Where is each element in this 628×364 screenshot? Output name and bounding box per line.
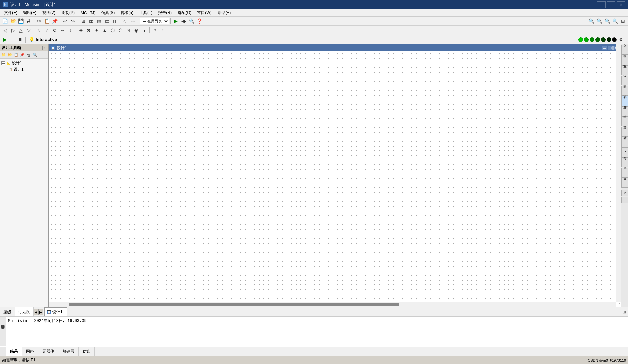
tb-open[interactable]: 📂 — [9, 17, 17, 25]
rs-function-gen[interactable]: 函 — [621, 55, 628, 65]
tb-run[interactable]: ▶ — [172, 17, 179, 25]
tb-comp3[interactable]: ▧ — [95, 17, 103, 25]
tb2-expand[interactable]: ⤢ — [43, 27, 51, 34]
tree-child-1[interactable]: 📋 设计1 — [7, 66, 48, 73]
sim-stop-button[interactable]: ⏹ — [17, 36, 24, 43]
tb2-prev[interactable]: ◁ — [1, 27, 9, 34]
tb-net[interactable]: ⊹ — [129, 17, 137, 25]
menu-window[interactable]: 窗口(W) — [194, 9, 214, 16]
tb-step[interactable]: ◀· — [180, 17, 187, 25]
tb-comp4[interactable]: ▤ — [103, 17, 111, 25]
schematic-canvas[interactable] — [49, 51, 621, 307]
rs-network-analyzer[interactable]: 网 — [621, 178, 628, 188]
rs-spectrum-analyzer[interactable]: 谱 — [621, 168, 628, 178]
tb-zoom-in2[interactable]: 🔍 — [188, 17, 195, 25]
canvas-scrollbar-vertical[interactable] — [616, 44, 621, 302]
canvas-scrollbar-horizontal[interactable] — [49, 302, 616, 307]
tb2-more2[interactable]: Σ — [159, 27, 166, 34]
toolbox-tb-search[interactable]: 🔍 — [32, 52, 38, 58]
rs-wattmeter[interactable]: 瓦 — [621, 65, 628, 75]
rs-4ch-oscilloscope[interactable]: 四 — [621, 86, 628, 96]
tb-cut[interactable]: ✂ — [35, 17, 43, 25]
toolbox-tb-open[interactable]: 📂 — [7, 52, 13, 58]
tb-save[interactable]: 💾 — [17, 17, 24, 25]
canvas-area[interactable]: 📋 设计1 — ❐ ✕ — [49, 44, 621, 307]
output-tab-copper[interactable]: 敷铜层 — [58, 347, 79, 356]
tb-comp5[interactable]: ▥ — [111, 17, 119, 25]
menu-help[interactable]: 帮助(H) — [215, 9, 234, 16]
toolbox-tb-del[interactable]: 🗑 — [26, 52, 32, 58]
minimize-button[interactable]: — — [597, 1, 606, 8]
rs-word-gen[interactable]: 字 — [621, 116, 628, 126]
rs-logic-analyzer[interactable]: 逻 — [621, 127, 628, 137]
tb2-sub[interactable]: ⊡ — [125, 27, 132, 34]
tb-print[interactable]: 🖨 — [25, 17, 32, 25]
tb2-down[interactable]: ▽ — [25, 27, 32, 34]
toolbox-close-btn[interactable]: × — [42, 46, 47, 50]
output-tab-components[interactable]: 元器件 — [38, 347, 58, 356]
tb-new[interactable]: 📄 — [1, 17, 9, 25]
in-use-list-dropdown[interactable]: --- 在用列表 — [140, 18, 169, 24]
close-button[interactable]: ✕ — [617, 1, 625, 8]
tab-arrow-right[interactable]: ▶ — [38, 309, 43, 315]
tb-paste[interactable]: 📌 — [51, 17, 58, 25]
output-tab-network[interactable]: 网络 — [22, 347, 38, 356]
zoom-out[interactable]: 🔍 — [588, 17, 595, 25]
rs-bode-plotter[interactable]: 波 — [621, 96, 628, 106]
toolbox-tb-new[interactable]: 📁 — [1, 52, 7, 58]
menu-mcu[interactable]: MCU(M) — [78, 10, 98, 16]
menu-options[interactable]: 选项(O) — [175, 9, 194, 16]
sim-settings-button[interactable]: ⚙ — [618, 36, 624, 43]
tb2-flip-h[interactable]: ↔ — [59, 27, 66, 34]
rs-logic-converter[interactable]: 转 — [621, 137, 628, 147]
bottom-right-icon[interactable]: ⊞ — [621, 307, 628, 316]
rs-measurement-probe[interactable]: ~ — [621, 197, 628, 203]
menu-reports[interactable]: 报告(R) — [156, 9, 174, 16]
tb-copy[interactable]: 📋 — [43, 17, 51, 25]
output-tab-simulate[interactable]: 仿真 — [79, 347, 95, 356]
tb2-next[interactable]: ▷ — [9, 27, 17, 34]
menu-draw[interactable]: 绘制(P) — [59, 9, 77, 16]
tb-help[interactable]: ❓ — [196, 17, 203, 25]
tb2-up[interactable]: △ — [17, 27, 24, 34]
tb2-flip-v[interactable]: ↕ — [67, 27, 74, 34]
sim-pause-button[interactable]: ⏸ — [9, 36, 16, 43]
inner-restore-btn[interactable]: ❐ — [608, 46, 613, 50]
zoom-fit[interactable]: 🔍 — [604, 17, 611, 25]
tab-arrow-left[interactable]: ◀ — [34, 309, 38, 315]
toolbox-tb-copy[interactable]: 📌 — [19, 52, 25, 58]
rs-aeg[interactable]: ↗ — [621, 190, 628, 196]
visible-tab[interactable]: 可见度 — [15, 307, 34, 316]
zoom-100[interactable]: 🔍 — [611, 17, 619, 25]
output-tab-results[interactable]: 结果 — [6, 347, 22, 356]
tree-root[interactable]: — 📐 设计1 — [1, 60, 48, 66]
menu-edit[interactable]: 编辑(E) — [20, 9, 39, 16]
menu-transfer[interactable]: 转移(n) — [118, 9, 136, 16]
rs-iv-analyzer[interactable]: IV — [621, 147, 628, 157]
design-tab[interactable]: 📋 设计1 — [44, 307, 67, 316]
menu-file[interactable]: 文件(E) — [1, 9, 20, 16]
tb2-annotate[interactable]: ✦ — [93, 27, 100, 34]
zoom-area[interactable]: ⊞ — [619, 17, 627, 25]
menu-simulate[interactable]: 仿真(S) — [99, 9, 117, 16]
tb2-ref[interactable]: ◉ — [133, 27, 140, 34]
rs-frequency-counter[interactable]: 频 — [621, 106, 628, 116]
tb2-compress[interactable]: ⤡ — [35, 27, 43, 34]
tb-undo[interactable]: ↩ — [61, 17, 69, 25]
tb2-probe[interactable]: ⬧ — [141, 27, 148, 34]
toolbox-tb-save[interactable]: 📋 — [13, 52, 19, 58]
tb2-delete[interactable]: ✖ — [85, 27, 92, 34]
tree-expander-root[interactable]: — — [1, 61, 5, 65]
tb-wire[interactable]: ∿ — [122, 17, 129, 25]
layer-tab[interactable]: 层级 — [0, 307, 15, 316]
rs-distortion-analyzer[interactable]: 失 — [621, 157, 628, 167]
tb2-place[interactable]: ⊕ — [77, 27, 85, 34]
maximize-button[interactable]: □ — [607, 1, 615, 8]
menu-view[interactable]: 视图(V) — [40, 9, 58, 16]
tb2-more1[interactable]: □ — [151, 27, 158, 34]
tb2-bus[interactable]: ⬠ — [117, 27, 124, 34]
zoom-in[interactable]: 🔍 — [596, 17, 603, 25]
menu-tools[interactable]: 工具(T) — [137, 9, 155, 16]
rs-oscilloscope[interactable]: 示 — [621, 76, 628, 85]
hscroll-thumb[interactable] — [69, 303, 399, 306]
